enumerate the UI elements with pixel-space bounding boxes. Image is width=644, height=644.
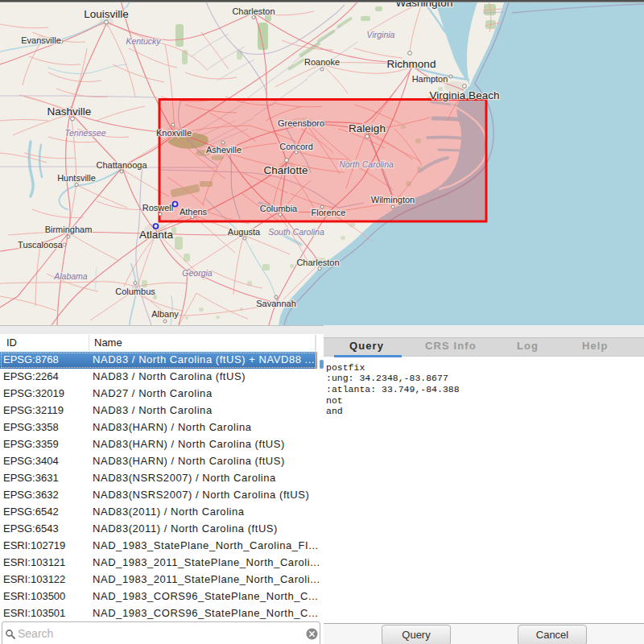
svg-text:Charleston: Charleston [296,258,339,267]
svg-text:Greensboro: Greensboro [278,118,324,128]
svg-text:Kentucky: Kentucky [126,36,161,46]
svg-text:Knoxville: Knoxville [156,128,192,138]
svg-text:Raleigh: Raleigh [349,122,386,134]
svg-text:Tuscaloosa: Tuscaloosa [18,240,64,250]
svg-text:Charleston: Charleston [232,6,275,16]
svg-text:Charlotte: Charlotte [264,164,308,176]
svg-text:Augusta: Augusta [228,227,261,237]
svg-text:North Carolina: North Carolina [339,159,394,169]
svg-text:Wilmington: Wilmington [371,195,415,204]
svg-text:Birmingham: Birmingham [45,225,93,234]
svg-text:Columbus: Columbus [115,287,155,296]
svg-text:Roswell: Roswell [142,203,174,213]
svg-text:Alabama: Alabama [53,271,88,281]
svg-text:Virginia Beach: Virginia Beach [430,89,500,101]
svg-text:Albany: Albany [151,309,179,319]
svg-text:Richmond: Richmond [387,58,436,70]
svg-text:Asheville: Asheville [206,145,242,155]
svg-text:Virginia: Virginia [367,30,395,39]
svg-text:Huntsville: Huntsville [57,173,96,183]
svg-text:South Carolina: South Carolina [268,227,324,237]
svg-text:Roanoke: Roanoke [304,57,340,67]
svg-text:Chattanooga: Chattanooga [97,160,148,170]
svg-text:Athens: Athens [180,207,208,217]
svg-text:Tennessee: Tennessee [65,128,106,138]
svg-text:Savannah: Savannah [256,299,296,308]
svg-text:Columbia: Columbia [260,204,298,213]
svg-text:Atlanta: Atlanta [139,229,174,241]
svg-text:Concord: Concord [279,142,313,151]
svg-text:Florence: Florence [312,208,346,217]
svg-text:Nashville: Nashville [47,105,92,118]
svg-text:Evansville: Evansville [21,35,61,45]
svg-text:Louisville: Louisville [84,8,129,20]
svg-text:Georgia: Georgia [182,268,213,278]
svg-text:Hampton: Hampton [412,74,448,84]
